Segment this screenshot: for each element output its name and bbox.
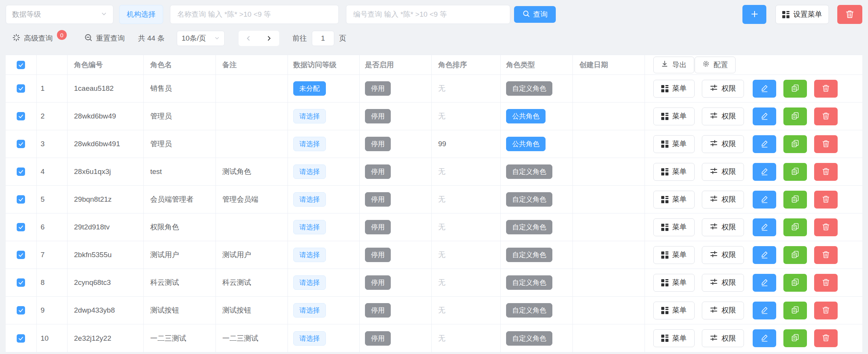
- row-permission-label: 权限: [722, 111, 736, 121]
- row-checkbox[interactable]: [17, 334, 25, 343]
- row-delete-button[interactable]: [814, 135, 838, 153]
- next-page-button[interactable]: [259, 31, 279, 46]
- row-delete-button[interactable]: [814, 274, 838, 292]
- row-permission-button[interactable]: 权限: [702, 107, 744, 125]
- config-button[interactable]: 配置: [695, 57, 736, 73]
- row-checkbox[interactable]: [17, 223, 25, 231]
- row-permission-button[interactable]: 权限: [702, 135, 744, 153]
- row-edit-button[interactable]: [753, 246, 776, 264]
- row-copy-button[interactable]: [783, 163, 807, 181]
- row-delete-button[interactable]: [814, 329, 838, 347]
- row-menu-button[interactable]: 菜单: [653, 80, 695, 98]
- row-menu-button[interactable]: 菜单: [653, 163, 695, 181]
- batch-delete-button[interactable]: [837, 5, 862, 24]
- row-delete-button[interactable]: [814, 80, 838, 98]
- row-checkbox[interactable]: [17, 278, 25, 287]
- goto-page-input[interactable]: [312, 31, 334, 46]
- row-permission-button[interactable]: 权限: [702, 274, 744, 292]
- sliders-icon: [710, 84, 718, 93]
- row-delete-button[interactable]: [814, 246, 838, 264]
- enabled-badge[interactable]: 停用: [365, 275, 391, 290]
- reset-query-button[interactable]: 重置查询: [84, 33, 125, 44]
- row-checkbox[interactable]: [17, 251, 25, 259]
- export-button[interactable]: 导出: [653, 57, 694, 73]
- enabled-badge[interactable]: 停用: [365, 248, 391, 262]
- search-button[interactable]: 查询: [514, 6, 556, 23]
- access-level-badge[interactable]: 请选择: [293, 220, 326, 234]
- access-level-badge[interactable]: 请选择: [293, 164, 326, 179]
- enabled-badge[interactable]: 停用: [365, 81, 391, 96]
- add-button[interactable]: [742, 5, 766, 24]
- access-level-badge[interactable]: 请选择: [293, 248, 326, 262]
- name-query-input[interactable]: [170, 5, 339, 24]
- enabled-badge[interactable]: 停用: [365, 303, 391, 318]
- access-level-badge[interactable]: 请选择: [293, 109, 326, 123]
- enabled-badge[interactable]: 停用: [365, 220, 391, 234]
- enabled-badge[interactable]: 停用: [365, 192, 391, 207]
- row-edit-button[interactable]: [753, 107, 776, 125]
- row-edit-button[interactable]: [753, 329, 776, 347]
- row-copy-button[interactable]: [783, 135, 807, 153]
- row-checkbox[interactable]: [17, 168, 25, 176]
- row-copy-button[interactable]: [783, 107, 807, 125]
- row-permission-button[interactable]: 权限: [702, 163, 744, 181]
- enabled-badge[interactable]: 停用: [365, 164, 391, 179]
- row-checkbox[interactable]: [17, 140, 25, 148]
- row-copy-button[interactable]: [783, 191, 807, 209]
- access-level-badge[interactable]: 未分配: [293, 81, 326, 96]
- row-checkbox[interactable]: [17, 195, 25, 204]
- row-copy-button[interactable]: [783, 80, 807, 98]
- row-permission-button[interactable]: 权限: [702, 246, 744, 264]
- row-delete-button[interactable]: [814, 191, 838, 209]
- row-permission-button[interactable]: 权限: [702, 302, 744, 319]
- row-delete-button[interactable]: [814, 218, 838, 236]
- access-level-badge[interactable]: 请选择: [293, 192, 326, 207]
- enabled-badge[interactable]: 停用: [365, 331, 391, 346]
- menu-settings-button[interactable]: 设置菜单: [775, 5, 829, 24]
- row-permission-button[interactable]: 权限: [702, 80, 744, 98]
- row-permission-button[interactable]: 权限: [702, 218, 744, 236]
- row-permission-button[interactable]: 权限: [702, 191, 744, 209]
- access-level-badge[interactable]: 请选择: [293, 303, 326, 318]
- enabled-badge[interactable]: 停用: [365, 137, 391, 151]
- row-edit-button[interactable]: [753, 274, 776, 292]
- row-edit-button[interactable]: [753, 218, 776, 236]
- access-level-badge[interactable]: 请选择: [293, 275, 326, 290]
- advanced-query-button[interactable]: 高级查询 0: [12, 33, 67, 44]
- row-permission-button[interactable]: 权限: [702, 329, 744, 347]
- row-edit-button[interactable]: [753, 135, 776, 153]
- row-copy-button[interactable]: [783, 218, 807, 236]
- access-level-badge[interactable]: 请选择: [293, 331, 326, 346]
- row-edit-button[interactable]: [753, 302, 776, 319]
- row-menu-button[interactable]: 菜单: [653, 218, 695, 236]
- row-checkbox[interactable]: [17, 84, 25, 93]
- prev-page-button[interactable]: [239, 31, 259, 46]
- code-query-input[interactable]: [346, 5, 510, 24]
- row-menu-button[interactable]: 菜单: [653, 302, 695, 319]
- row-edit-button[interactable]: [753, 191, 776, 209]
- row-delete-button[interactable]: [814, 107, 838, 125]
- row-checkbox[interactable]: [17, 306, 25, 314]
- row-delete-button[interactable]: [814, 163, 838, 181]
- row-menu-button[interactable]: 菜单: [653, 329, 695, 347]
- row-menu-button[interactable]: 菜单: [653, 274, 695, 292]
- row-menu-button[interactable]: 菜单: [653, 135, 695, 153]
- row-checkbox[interactable]: [17, 112, 25, 120]
- row-menu-button[interactable]: 菜单: [653, 246, 695, 264]
- row-menu-button[interactable]: 菜单: [653, 191, 695, 209]
- row-delete-button[interactable]: [814, 302, 838, 319]
- access-level-badge[interactable]: 请选择: [293, 137, 326, 151]
- row-copy-button[interactable]: [783, 302, 807, 319]
- edit-pencil-icon: [760, 223, 769, 232]
- select-all-checkbox[interactable]: [17, 61, 25, 69]
- row-copy-button[interactable]: [783, 246, 807, 264]
- row-menu-button[interactable]: 菜单: [653, 107, 695, 125]
- enabled-badge[interactable]: 停用: [365, 109, 391, 123]
- row-edit-button[interactable]: [753, 80, 776, 98]
- page-size-select[interactable]: 10条/页: [177, 31, 225, 46]
- org-select-button[interactable]: 机构选择: [119, 5, 163, 24]
- row-copy-button[interactable]: [783, 329, 807, 347]
- row-edit-button[interactable]: [753, 163, 776, 181]
- data-level-select[interactable]: 数据等级: [6, 5, 113, 24]
- row-copy-button[interactable]: [783, 274, 807, 292]
